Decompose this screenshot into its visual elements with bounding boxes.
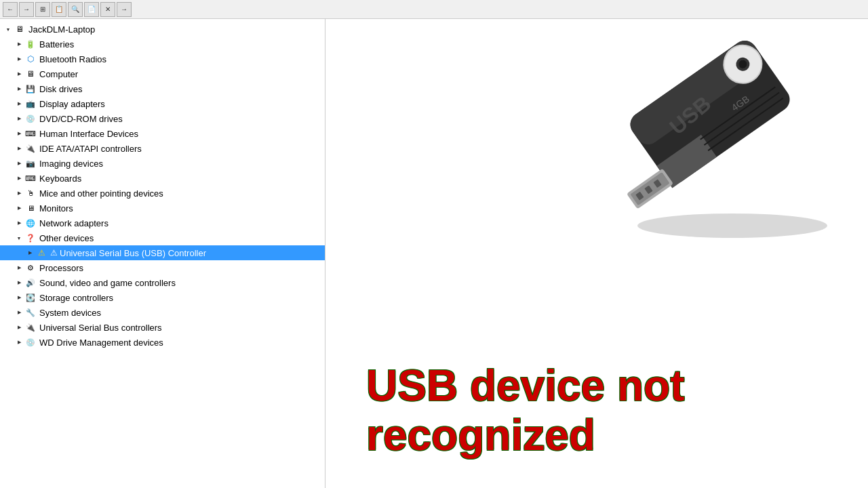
tree-item-other[interactable]: Other devices [0,230,325,245]
search-button[interactable]: 🔍 [68,2,83,17]
tree-item-sound[interactable]: Sound, video and game controllers [0,275,325,290]
properties-button[interactable]: 📋 [52,2,66,17]
tree-item-batteries[interactable]: Batteries [0,37,325,52]
expand-icon-display [14,98,24,109]
icon-usb-controller [35,247,47,259]
tree-item-usb-bus[interactable]: Universal Serial Bus controllers [0,320,325,335]
expand-icon-disk [14,83,24,94]
tree-item-imaging[interactable]: Imaging devices [0,156,325,171]
icon-ide [24,142,37,155]
icon-monitors [24,202,37,214]
label-usb-bus: Universal Serial Bus controllers [39,323,162,333]
label-mice: Mice and other pointing devices [39,188,163,199]
label-hid: Human Interface Devices [39,129,138,139]
icon-network [24,217,37,229]
icon-bluetooth [24,53,37,65]
tree-root[interactable]: JackDLM-Laptop [0,22,325,37]
expand-icon-sound [14,277,24,288]
label-ide: IDE ATA/ATAPI controllers [39,144,142,154]
tree-item-monitors[interactable]: Monitors [0,201,325,216]
tree-item-ide[interactable]: IDE ATA/ATAPI controllers [0,141,325,156]
expand-icon-batteries [14,39,24,49]
label-computer: Computer [39,69,78,79]
tree-item-disk[interactable]: Disk drives [0,81,325,96]
expand-icon-dvd [14,113,24,124]
icon-wd [24,336,37,348]
expand-icon-bluetooth [14,54,24,64]
expand-icon-system [14,307,24,318]
icon-processors [24,262,37,274]
expand-icon-ide [14,143,24,154]
label-sound: Sound, video and game controllers [39,278,176,288]
tree-item-dvd[interactable]: DVD/CD-ROM drives [0,111,325,126]
icon-hid [24,127,37,140]
label-wd: WD Drive Management devices [39,338,163,348]
label-dvd: DVD/CD-ROM drives [39,114,123,124]
label-bluetooth: Bluetooth Radios [39,54,106,64]
device-tree[interactable]: JackDLM-Laptop BatteriesBluetooth Radios… [0,19,326,488]
icon-usb-bus [24,321,37,333]
usb-error-container: USB device not recognized [366,361,854,461]
label-batteries: Batteries [39,39,74,49]
toolbar: ← → ⊞ 📋 🔍 📄 ✕ → [0,0,868,19]
icon-dvd [24,113,37,125]
usb-drive-svg: USB 4GB [597,26,854,243]
expand-icon-network [14,218,24,228]
usb-image: USB 4GB [597,26,854,243]
icon-mice [24,187,37,199]
tree-item-computer[interactable]: Computer [0,66,325,81]
icon-other [24,232,37,244]
expand-icon-hid [14,128,24,139]
back-button[interactable]: ← [3,2,18,17]
label-network: Network adapters [39,218,108,228]
right-panel: USB 4GB USB device not recognized [326,19,868,488]
icon-disk [24,83,37,95]
root-expand-icon [3,24,14,35]
label-disk: Disk drives [39,84,83,94]
tree-item-usb-controller[interactable]: ⚠Universal Serial Bus (USB) Controller [0,245,325,260]
tree-item-bluetooth[interactable]: Bluetooth Radios [0,52,325,66]
expand-icon-usb-controller [24,247,35,258]
uninstall-button[interactable]: ✕ [100,2,115,17]
label-keyboards: Keyboards [39,174,81,184]
scan-button[interactable]: → [117,2,132,17]
label-storage: Storage controllers [39,293,113,303]
tree-item-system[interactable]: System devices [0,305,325,320]
expand-icon-wd [14,337,24,348]
expand-icon-keyboards [14,173,24,184]
tree-item-wd[interactable]: WD Drive Management devices [0,335,325,350]
usb-error-text-line2: recognized [366,411,854,461]
update-button[interactable]: 📄 [84,2,99,17]
label-imaging: Imaging devices [39,159,103,169]
expand-icon-other [14,232,24,243]
view-button[interactable]: ⊞ [35,2,50,17]
forward-button[interactable]: → [19,2,34,17]
tree-item-storage[interactable]: Storage controllers [0,290,325,305]
expand-icon-usb-bus [14,322,24,333]
label-monitors: Monitors [39,203,73,214]
main-container: JackDLM-Laptop BatteriesBluetooth Radios… [0,19,868,488]
icon-sound [24,277,37,289]
usb-error-text-line1: USB device not [366,361,854,411]
icon-imaging [24,157,37,169]
label-system: System devices [39,308,101,318]
warning-icon-usb: ⚠ [50,248,58,258]
label-other: Other devices [39,233,94,243]
tree-item-processors[interactable]: Processors [0,260,325,275]
icon-system [24,306,37,319]
tree-item-keyboards[interactable]: Keyboards [0,171,325,186]
expand-icon-imaging [14,158,24,169]
icon-keyboards [24,172,37,184]
tree-item-network[interactable]: Network adapters [0,216,325,230]
tree-item-display[interactable]: Display adapters [0,96,325,111]
expand-icon-monitors [14,203,24,214]
expand-icon-processors [14,262,24,273]
svg-point-0 [637,214,827,238]
tree-item-mice[interactable]: Mice and other pointing devices [0,186,325,201]
icon-display [24,98,37,110]
label-usb-controller: Universal Serial Bus (USB) Controller [60,248,206,258]
label-processors: Processors [39,263,83,273]
label-display: Display adapters [39,99,105,109]
expand-icon-computer [14,68,24,79]
tree-item-hid[interactable]: Human Interface Devices [0,126,325,141]
